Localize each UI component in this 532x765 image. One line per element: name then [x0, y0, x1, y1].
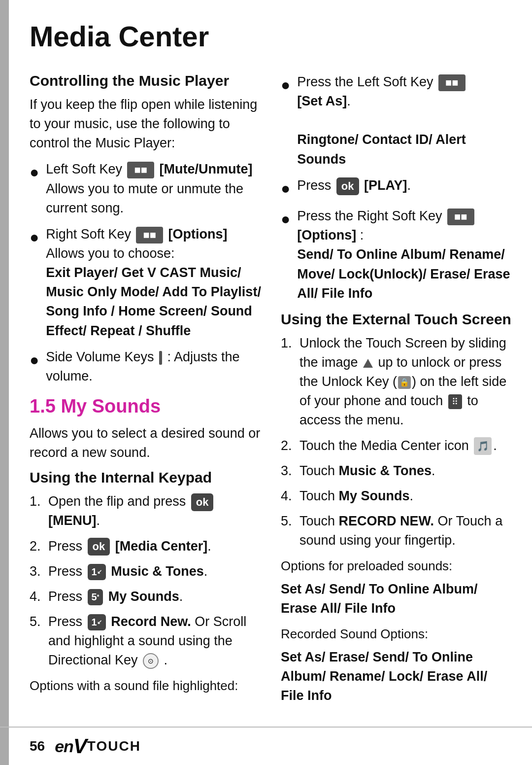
right-soft-key-icon: ■■: [136, 227, 163, 243]
recorded-options: Set As/ Erase/ Send/ To Online Album/ Re…: [281, 648, 512, 705]
brand-touch: TOUCH: [87, 738, 141, 754]
ringtone-heading: Ringtone/ Contact ID/ Alert Sounds: [297, 132, 466, 166]
play-label: [PLAY]: [364, 178, 407, 193]
volume-key-icon: [159, 351, 162, 365]
brand-v: V: [73, 734, 87, 758]
internal-keypad-steps: 1. Open the flip and press ok [MENU]. 2.…: [30, 492, 261, 670]
options-choices-2: Send/ To Online Album/ Rename/ Move/ Loc…: [297, 247, 510, 300]
footer: 56 enVTOUCH: [0, 727, 532, 765]
bullet-text: Right Soft Key ■■ [Options] Allows you t…: [46, 225, 261, 341]
directional-key-icon: ⊙: [143, 653, 159, 669]
set-as-label: [Set As]: [297, 94, 347, 108]
mute-label: [Mute/Unmute]: [160, 162, 253, 176]
music-tones-touch-label: Music & Tones: [339, 463, 432, 478]
my-sounds-touch-label: My Sounds: [339, 488, 410, 503]
step-text: Touch the Media Center icon 🎵.: [299, 436, 497, 455]
step-number: 3.: [30, 562, 43, 581]
list-item: ● Left Soft Key ■■ [Mute/Unmute] Allows …: [30, 160, 261, 217]
right-bullets: ● Press the Left Soft Key ■■ [Set As]. R…: [281, 72, 512, 303]
step-number: 5.: [30, 612, 43, 631]
step-text: Press 1↙ Record New. Or Scroll and highl…: [48, 612, 261, 670]
options-label: [Options]: [168, 227, 228, 242]
my-sounds-intro: Allows you to select a desired sound or …: [30, 424, 261, 462]
num-key-1-icon: 1↙: [88, 564, 106, 580]
list-item: 3. Press 1↙ Music & Tones.: [30, 562, 261, 581]
right-soft-key-2-icon: ■■: [447, 209, 474, 225]
options-label-2: [Options]: [297, 228, 356, 243]
brand-logo: enVTOUCH: [55, 734, 141, 758]
controlling-intro: If you keep the flip open while listenin…: [30, 95, 261, 153]
step-number: 4.: [30, 587, 43, 606]
list-item: 1. Unlock the Touch Screen by sliding th…: [281, 334, 512, 430]
list-item: 1. Open the flip and press ok [MENU].: [30, 492, 261, 530]
ok-key-2-icon: ok: [336, 177, 359, 195]
list-item: 2. Press ok [Media Center].: [30, 537, 261, 556]
controlling-heading: Controlling the Music Player: [30, 72, 261, 89]
left-soft-key-icon: ■■: [127, 162, 154, 178]
bullet-text: Side Volume Keys : Adjusts the volume.: [46, 348, 261, 386]
list-item: 4. Touch My Sounds.: [281, 487, 512, 506]
step-number: 1.: [30, 492, 43, 511]
left-bar: [0, 0, 9, 765]
my-sounds-label: My Sounds: [108, 589, 179, 604]
media-center-icon: 🎵: [474, 437, 492, 455]
bullet-text: Press the Right Soft Key ■■ [Options] : …: [297, 207, 512, 303]
ok-key-icon: ok: [88, 538, 110, 556]
bullet-dot: ●: [30, 161, 39, 183]
step-number: 1.: [281, 334, 295, 353]
list-item: 4. Press 5* My Sounds.: [30, 587, 261, 606]
my-sounds-section: 1.5 My Sounds Allows you to select a des…: [30, 396, 261, 695]
num-key-1b-icon: 1↙: [88, 614, 106, 630]
step-number: 2.: [30, 537, 43, 556]
list-item: 5. Press 1↙ Record New. Or Scroll and hi…: [30, 612, 261, 670]
options-choices: Exit Player/ Get V CAST Music/ Music Onl…: [46, 265, 261, 338]
step-text: Touch My Sounds.: [299, 487, 413, 506]
step-text: Press 1↙ Music & Tones.: [48, 562, 207, 581]
list-item: 2. Touch the Media Center icon 🎵.: [281, 436, 512, 455]
num-key-5-icon: 5*: [88, 589, 103, 605]
options-with-sound: Options with a sound file highlighted:: [30, 677, 261, 695]
music-tones-label: Music & Tones: [111, 564, 204, 579]
external-touch-section: Using the External Touch Screen 1. Unloc…: [281, 311, 512, 705]
page-number: 56: [30, 738, 45, 754]
step-text: Open the flip and press ok [MENU].: [48, 492, 215, 530]
bullet-text: Left Soft Key ■■ [Mute/Unmute] Allows yo…: [46, 160, 261, 217]
left-column: Controlling the Music Player If you keep…: [30, 72, 261, 712]
recorded-label: Recorded Sound Options:: [281, 625, 512, 644]
list-item: 3. Touch Music & Tones.: [281, 461, 512, 481]
menu-label: [MENU]: [48, 513, 96, 528]
list-item: ● Press the Right Soft Key ■■ [Options] …: [281, 207, 512, 303]
step-text: Touch Music & Tones.: [299, 461, 435, 481]
controlling-section: Controlling the Music Player If you keep…: [30, 72, 261, 386]
controlling-bullets: ● Left Soft Key ■■ [Mute/Unmute] Allows …: [30, 160, 261, 386]
step-number: 3.: [281, 461, 295, 481]
bullet-dot: ●: [281, 73, 290, 96]
list-item: ● Side Volume Keys : Adjusts the volume.: [30, 348, 261, 386]
step-text: Unlock the Touch Screen by sliding the i…: [299, 334, 512, 430]
left-soft-key-2-icon: ■■: [438, 74, 466, 91]
preloaded-options: Set As/ Send/ To Online Album/ Erase All…: [281, 580, 512, 618]
ok-key-icon: ok: [191, 493, 214, 511]
page: Media Center Controlling the Music Playe…: [0, 0, 532, 765]
step-number: 5.: [281, 512, 295, 531]
step-number: 2.: [281, 436, 295, 455]
record-new-touch-label: RECORD NEW.: [339, 514, 434, 528]
list-item: ● Press the Left Soft Key ■■ [Set As]. R…: [281, 72, 512, 169]
bullet-dot: ●: [30, 226, 39, 248]
step-text: Press 5* My Sounds.: [48, 587, 183, 606]
external-touch-steps: 1. Unlock the Touch Screen by sliding th…: [281, 334, 512, 550]
internal-keypad-heading: Using the Internal Keypad: [30, 469, 261, 486]
bullet-dot: ●: [281, 208, 290, 230]
media-center-label: [Media Center]: [115, 539, 208, 554]
list-item: ● Right Soft Key ■■ [Options] Allows you…: [30, 225, 261, 341]
my-sounds-title: 1.5 My Sounds: [30, 396, 261, 417]
brand-en: en: [55, 737, 73, 756]
lock-icon: 🔒: [398, 376, 411, 389]
record-new-label: Record New.: [111, 614, 191, 629]
triangle-up-icon: [363, 359, 373, 368]
grid-icon: ⠿: [448, 394, 462, 409]
bullet-dot: ●: [281, 177, 290, 200]
preloaded-label: Options for preloaded sounds:: [281, 557, 512, 576]
right-column: ● Press the Left Soft Key ■■ [Set As]. R…: [281, 72, 512, 712]
step-text: Touch RECORD NEW. Or Touch a sound using…: [299, 512, 512, 550]
